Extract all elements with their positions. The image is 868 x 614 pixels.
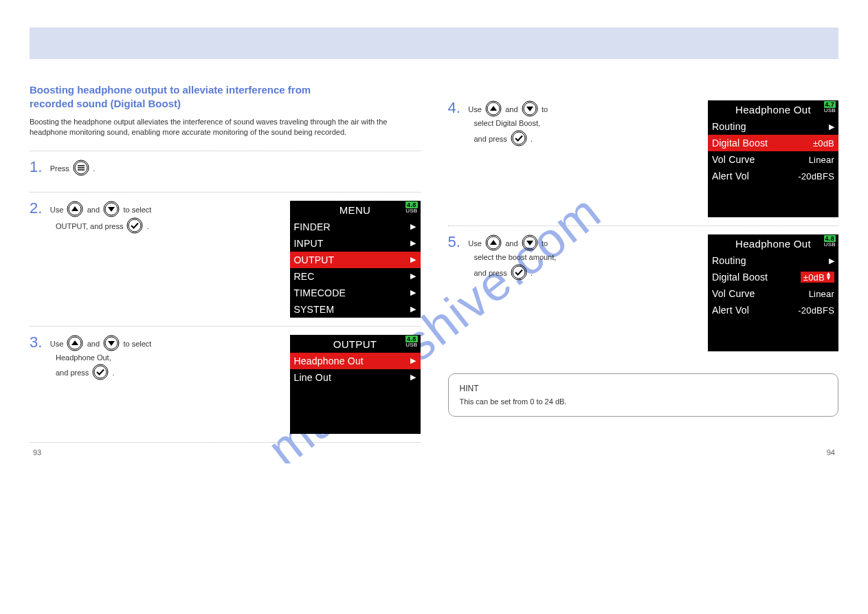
step-4: 4. Use and to select Digital Boost, a xyxy=(448,83,839,226)
step-number: 2. xyxy=(30,201,42,216)
hint-title: HINT xyxy=(460,382,827,395)
menu-item: FINDER▶ xyxy=(290,219,421,235)
step-text: and xyxy=(87,206,102,214)
step-text: Use xyxy=(50,340,66,348)
down-icon xyxy=(103,201,120,217)
check-icon xyxy=(511,130,527,146)
step-text: select the boost amount, xyxy=(474,253,557,261)
screen-title-text: MENU xyxy=(340,204,370,216)
step-text: to select xyxy=(123,206,151,214)
title-line1: Boosting headphone output to alleviate i… xyxy=(30,84,311,96)
step-text: Use xyxy=(50,206,66,214)
step-number: 4. xyxy=(448,100,460,116)
step-text: OUTPUT, and press xyxy=(56,222,125,230)
screen-headphone-b: Headphone Out 4.8USB Routing▶ Digital Bo… xyxy=(708,234,838,351)
step-text: Use xyxy=(468,105,484,113)
menu-item-value: ±0dB xyxy=(813,138,834,149)
menu-item-value: Linear xyxy=(809,289,834,299)
menu-item-label: INPUT xyxy=(294,238,411,249)
menu-item-value: Linear xyxy=(809,155,834,165)
screen-title: MENU 4.8USB xyxy=(290,201,421,219)
menu-item-label: Routing xyxy=(712,121,829,132)
menu-item-label: Headphone Out xyxy=(294,355,411,366)
hint-box: HINT This can be set from 0 to 24 dB. xyxy=(448,373,839,417)
step-text: and xyxy=(505,239,520,248)
menu-item-label: TIMECODE xyxy=(294,287,411,298)
menu-icon xyxy=(73,160,89,176)
step-text: Headphone Out, xyxy=(56,353,111,362)
down-icon xyxy=(522,100,538,117)
menu-item-label: FINDER xyxy=(294,221,411,232)
step-text: . xyxy=(531,269,533,277)
menu-item: Vol CurveLinear xyxy=(708,151,838,168)
check-icon xyxy=(511,264,527,281)
menu-item: Vol CurveLinear xyxy=(708,285,838,302)
svg-point-9 xyxy=(127,218,142,233)
menu-item-value: ±0dB xyxy=(803,272,825,283)
screen-output: OUTPUT 4.8USB Headphone Out▶ Line Out▶ xyxy=(290,335,421,434)
menu-item-label: Routing xyxy=(712,255,829,266)
screen-title-text: Headphone Out xyxy=(735,238,811,250)
title-line2: recorded sound (Digital Boost) xyxy=(30,98,181,109)
menu-item-label: Digital Boost xyxy=(712,272,801,283)
screen-headphone-a: Headphone Out 4.7USB Routing▶ Digital Bo… xyxy=(708,100,838,217)
check-icon xyxy=(126,217,143,234)
hint-body: This can be set from 0 to 24 dB. xyxy=(460,396,827,408)
step-5: 5. Use and to select the boost amount, xyxy=(448,226,839,360)
step-text: and press xyxy=(56,369,91,377)
up-icon xyxy=(67,201,83,217)
menu-item-value: -20dBFS xyxy=(798,305,834,316)
step-text: . xyxy=(147,222,149,230)
svg-point-27 xyxy=(511,265,526,280)
up-icon xyxy=(67,335,83,351)
menu-item-selected: Headphone Out▶ xyxy=(290,353,421,369)
step-number: 5. xyxy=(448,234,460,250)
right-column: 4. Use and to select Digital Boost, a xyxy=(434,59,839,443)
step-text: Use xyxy=(468,239,484,248)
svg-point-16 xyxy=(94,366,107,378)
menu-item: Alert Vol-20dBFS xyxy=(708,168,838,184)
page-number-right: 94 xyxy=(827,448,835,457)
up-icon xyxy=(485,234,502,251)
step-text: and xyxy=(505,105,520,113)
screen-menu: MENU 4.8USB FINDER▶ INPUT▶ OUTPUT▶ REC▶ … xyxy=(290,201,421,318)
step-3: 3. Use and to select Headphone Out, a xyxy=(30,326,421,442)
step-text: to xyxy=(542,105,548,113)
usb-label: USB xyxy=(405,208,417,214)
step-text: select Digital Boost, xyxy=(474,119,541,127)
down-icon xyxy=(103,335,120,351)
menu-item-label: Alert Vol xyxy=(712,171,798,182)
menu-item: Digital Boost±0dB▲▼ xyxy=(708,269,838,285)
step-text: and press xyxy=(474,135,509,143)
menu-item: Line Out▶ xyxy=(290,369,421,386)
usb-label: USB xyxy=(824,108,836,113)
section-title: Boosting headphone output to alleviate i… xyxy=(30,83,421,110)
step-text: . xyxy=(531,135,533,143)
menu-item: INPUT▶ xyxy=(290,235,421,252)
page-body: Boosting headphone output to alleviate i… xyxy=(0,59,868,463)
svg-point-10 xyxy=(129,219,141,232)
step-text: . xyxy=(112,369,114,377)
menu-item-selected: OUTPUT▶ xyxy=(290,252,421,268)
down-icon xyxy=(522,234,538,251)
menu-item: TIMECODE▶ xyxy=(290,285,421,301)
menu-item-label: Vol Curve xyxy=(712,154,809,165)
menu-item-selected: Digital Boost±0dB xyxy=(708,135,838,151)
menu-item-valuebox: ±0dB▲▼ xyxy=(801,272,834,283)
step-text: . xyxy=(93,164,95,173)
usb-label: USB xyxy=(824,242,836,248)
step-text: Press xyxy=(50,164,71,173)
step-1: 1. Press . xyxy=(30,151,421,192)
screen-title: Headphone Out 4.7USB xyxy=(708,100,838,118)
menu-item-label: SYSTEM xyxy=(294,304,411,315)
menu-item-label: OUTPUT xyxy=(294,254,411,265)
header-bar xyxy=(30,28,838,59)
page-number-left: 93 xyxy=(33,448,41,457)
menu-item-label: Line Out xyxy=(294,372,411,383)
section-desc: Boosting the headphone output alleviates… xyxy=(30,117,421,138)
check-icon xyxy=(92,364,109,380)
menu-item: SYSTEM▶ xyxy=(290,301,421,318)
menu-item: Routing▶ xyxy=(708,252,838,269)
svg-point-28 xyxy=(513,266,525,278)
menu-item-label: REC xyxy=(294,271,411,282)
